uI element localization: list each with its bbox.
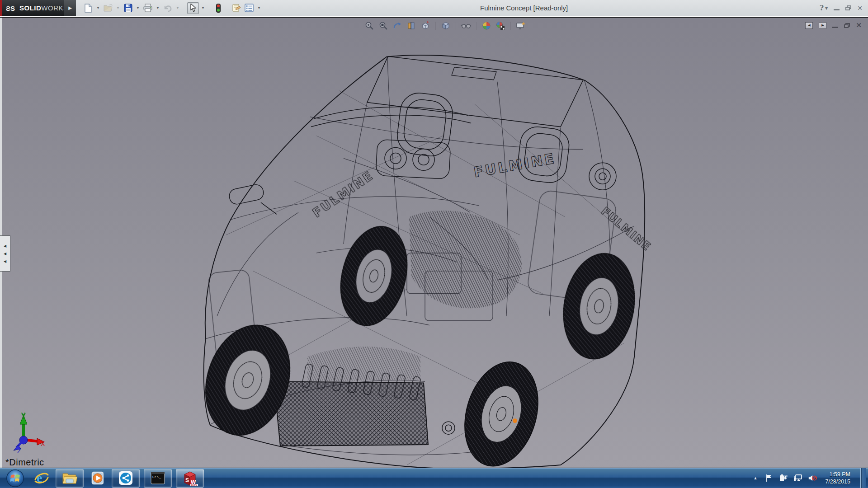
- collapse-arrow-icon: ◀: [4, 252, 6, 256]
- toolbar-separator: [456, 22, 456, 30]
- collapse-arrow-icon: ◀: [4, 259, 6, 263]
- print-dropdown[interactable]: ▼: [155, 6, 161, 10]
- zoom-to-area-icon: [379, 21, 388, 30]
- save-button[interactable]: [122, 2, 134, 14]
- svg-text:2015: 2015: [191, 484, 197, 486]
- zoom-to-area-button[interactable]: [378, 21, 388, 31]
- display-style-icon: [441, 21, 450, 30]
- save-floppy-icon: [124, 4, 132, 12]
- next-pane-button[interactable]: ▶: [819, 22, 826, 29]
- open-dropdown[interactable]: ▼: [115, 6, 121, 10]
- taskbar-solidworks-2015[interactable]: S W 2015: [176, 469, 204, 488]
- view-orientation-icon: [421, 21, 430, 30]
- view-orientation-button[interactable]: [420, 21, 430, 31]
- new-document-icon: [84, 4, 92, 13]
- internet-explorer-icon: e: [34, 470, 49, 486]
- select-dropdown[interactable]: ▼: [200, 6, 206, 10]
- triad-x-label: X: [41, 440, 45, 447]
- rebuild-button[interactable]: [212, 2, 224, 14]
- taskbar-share-app[interactable]: [112, 469, 140, 488]
- network-display-icon: [793, 474, 802, 482]
- minimize-button[interactable]: [834, 9, 840, 10]
- solidworks-logo: S S SOLIDWORKS: [0, 0, 64, 16]
- svg-text:S: S: [185, 477, 189, 483]
- show-hidden-icons-button[interactable]: ▲: [751, 476, 759, 480]
- close-button[interactable]: ✕: [857, 5, 863, 11]
- headsup-view-toolbar: [364, 21, 526, 31]
- file-properties-button[interactable]: [231, 2, 242, 14]
- view-settings-button[interactable]: [516, 21, 526, 31]
- svg-text:S: S: [6, 5, 10, 12]
- print-button[interactable]: [142, 2, 154, 14]
- taskbar-apps: e: [32, 468, 204, 488]
- start-button[interactable]: [6, 469, 24, 488]
- pane-left-icon: ◀: [808, 23, 810, 27]
- origin-point: [513, 418, 517, 423]
- document-restore-button[interactable]: [844, 23, 850, 28]
- screen-edge-accent: [0, 0, 2, 16]
- media-player-icon: [90, 470, 105, 486]
- zoom-to-fit-button[interactable]: [364, 21, 374, 31]
- reference-triad: X Y Z: [11, 412, 47, 453]
- hide-show-items-button[interactable]: [461, 21, 471, 31]
- taskbar-internet-explorer[interactable]: e: [32, 469, 52, 487]
- select-tool-button[interactable]: [187, 2, 199, 14]
- select-cursor-icon: [190, 4, 196, 12]
- new-document-button[interactable]: [82, 2, 94, 14]
- taskbar-file-explorer[interactable]: [56, 469, 84, 488]
- power-status-button[interactable]: [779, 474, 788, 483]
- restore-button[interactable]: [845, 5, 851, 10]
- standard-toolbar: ▼ ▼ ▼: [82, 2, 262, 14]
- previous-pane-button[interactable]: ◀: [805, 22, 813, 29]
- clock-time: 1:59 PM: [825, 471, 850, 478]
- toolbar-separator: [510, 22, 511, 30]
- undo-dropdown[interactable]: ▼: [175, 6, 181, 10]
- help-dropdown[interactable]: ▼: [825, 6, 828, 10]
- taskbar-clock[interactable]: 1:59 PM 7/28/2015: [822, 471, 854, 485]
- document-close-button[interactable]: ✕: [856, 21, 862, 29]
- taskbar-media-player[interactable]: [88, 469, 108, 487]
- wheel-rear-right: [556, 248, 643, 365]
- action-center-button[interactable]: [764, 474, 774, 483]
- file-properties-icon: [232, 4, 241, 12]
- wireframe-car-model[interactable]: FULMINE FULMINE FULMINE: [0, 18, 868, 468]
- command-prompt-icon: C:\_: [150, 471, 165, 485]
- new-dropdown[interactable]: ▼: [95, 6, 101, 10]
- folder-icon: [61, 471, 78, 485]
- edit-appearance-button[interactable]: [481, 21, 491, 31]
- show-desktop-button[interactable]: [860, 468, 866, 488]
- print-icon: [143, 4, 152, 12]
- featuremanager-expand-tab[interactable]: ◀ ◀ ◀: [0, 235, 10, 272]
- system-tray: ▲: [751, 468, 868, 488]
- display-style-button[interactable]: [441, 21, 451, 31]
- document-window-controls: ◀ ▶ ✕: [805, 21, 862, 29]
- apply-scene-button[interactable]: [495, 21, 505, 31]
- wheel-rear-left: [453, 353, 549, 468]
- undo-button[interactable]: [162, 2, 174, 14]
- clock-date: 7/28/2015: [825, 478, 850, 485]
- section-view-icon: [407, 21, 416, 30]
- model-lettering-left: FULMINE: [310, 168, 376, 220]
- section-view-button[interactable]: [406, 21, 416, 31]
- volume-button[interactable]: [808, 474, 817, 483]
- toolbar-separator: [435, 22, 436, 30]
- previous-view-button[interactable]: [392, 21, 402, 31]
- taskbar-command-prompt[interactable]: C:\_: [144, 469, 172, 488]
- flag-icon: [765, 474, 773, 482]
- window-caption-buttons: ? ▼ ✕: [820, 0, 863, 16]
- graphics-viewport[interactable]: FULMINE FULMINE FULMINE ◀ ◀ ◀: [0, 17, 868, 468]
- options-dropdown[interactable]: ▼: [256, 6, 262, 10]
- view-settings-icon: [516, 21, 526, 30]
- document-minimize-button[interactable]: [832, 27, 838, 28]
- windows-taskbar: e: [0, 468, 868, 488]
- power-plug-icon: [779, 474, 788, 482]
- wheel-front-right: [331, 219, 417, 333]
- menu-flyout-arrow[interactable]: ▶: [64, 0, 76, 16]
- options-button[interactable]: [243, 2, 255, 14]
- save-dropdown[interactable]: ▼: [135, 6, 141, 10]
- title-bar: S S SOLIDWORKS ▶ ▼ ▼: [0, 0, 868, 16]
- open-button[interactable]: [102, 2, 114, 14]
- help-button[interactable]: ? ▼: [820, 4, 828, 12]
- pane-right-icon: ▶: [821, 23, 824, 27]
- network-status-button[interactable]: [793, 474, 802, 483]
